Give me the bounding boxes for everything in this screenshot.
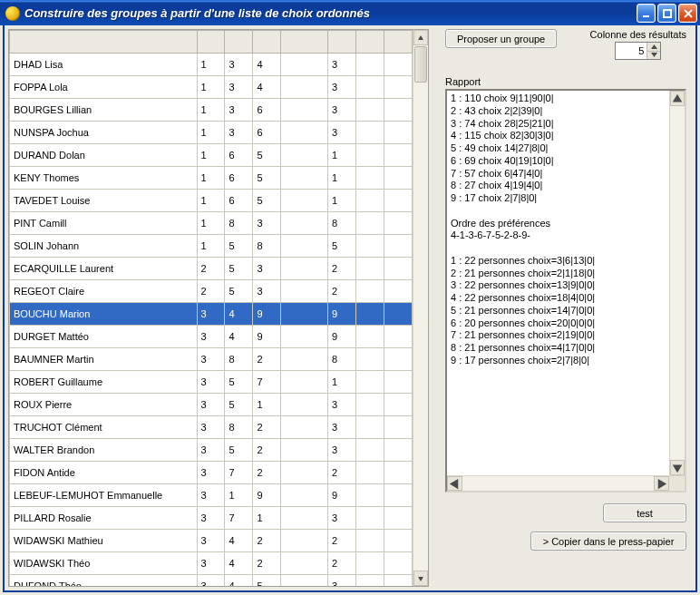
value-cell[interactable]: 1	[197, 144, 225, 167]
value-cell[interactable]: 8	[328, 348, 356, 371]
value-cell[interactable]	[281, 190, 328, 212]
name-cell[interactable]: PILLARD Rosalie	[10, 507, 198, 530]
value-cell[interactable]: 1	[197, 99, 225, 122]
value-cell[interactable]	[356, 76, 384, 99]
value-cell[interactable]: 2	[253, 439, 281, 462]
value-cell[interactable]	[384, 190, 412, 212]
report-content[interactable]: 1 : 110 choix 9|11|90|0| 2 : 43 choix 2|…	[447, 91, 685, 491]
value-cell[interactable]	[384, 235, 412, 258]
value-cell[interactable]: 3	[328, 122, 356, 144]
value-cell[interactable]: 5	[253, 144, 281, 167]
scroll-left-button[interactable]	[447, 476, 462, 491]
value-cell[interactable]: 1	[328, 190, 356, 212]
value-cell[interactable]	[384, 212, 412, 235]
grid-header[interactable]	[197, 31, 225, 54]
value-cell[interactable]	[384, 144, 412, 167]
name-cell[interactable]: TAVEDET Louise	[10, 190, 198, 212]
name-cell[interactable]: TRUCHOT Clément	[10, 416, 198, 439]
value-cell[interactable]: 5	[225, 439, 253, 462]
value-cell[interactable]: 3	[225, 99, 253, 122]
name-cell[interactable]: ROBERT Guillaume	[10, 371, 198, 394]
value-cell[interactable]: 3	[197, 462, 225, 484]
value-cell[interactable]: 6	[225, 144, 253, 167]
value-cell[interactable]	[281, 54, 328, 76]
name-cell[interactable]: REGEOT Claire	[10, 280, 198, 303]
name-cell[interactable]: DURGET Mattéo	[10, 326, 198, 348]
value-cell[interactable]: 5	[225, 371, 253, 394]
spinner-up-button[interactable]	[647, 43, 660, 52]
table-row[interactable]: BOUCHU Marion3499	[10, 303, 413, 326]
value-cell[interactable]: 1	[197, 76, 225, 99]
value-cell[interactable]: 3	[253, 258, 281, 280]
value-cell[interactable]	[356, 530, 384, 552]
name-cell[interactable]: WIDAWSKI Théo	[10, 552, 198, 575]
value-cell[interactable]	[281, 416, 328, 439]
value-cell[interactable]	[356, 99, 384, 122]
value-cell[interactable]	[356, 303, 384, 326]
value-cell[interactable]: 9	[253, 326, 281, 348]
value-cell[interactable]: 3	[225, 122, 253, 144]
value-cell[interactable]: 2	[197, 280, 225, 303]
value-cell[interactable]: 3	[253, 212, 281, 235]
scroll-right-button[interactable]	[654, 476, 669, 491]
value-cell[interactable]: 3	[197, 326, 225, 348]
value-cell[interactable]	[356, 348, 384, 371]
value-cell[interactable]: 3	[197, 552, 225, 575]
value-cell[interactable]: 6	[253, 99, 281, 122]
value-cell[interactable]: 1	[328, 371, 356, 394]
value-cell[interactable]: 2	[328, 530, 356, 552]
value-cell[interactable]	[356, 484, 384, 507]
value-cell[interactable]: 6	[253, 122, 281, 144]
table-row[interactable]: DURGET Mattéo3499	[10, 326, 413, 348]
value-cell[interactable]: 8	[225, 348, 253, 371]
value-cell[interactable]	[384, 394, 412, 416]
data-grid[interactable]: DHAD Lisa1343FOPPA Lola1343BOURGES Lilli…	[8, 29, 429, 587]
value-cell[interactable]	[356, 371, 384, 394]
name-cell[interactable]: DURAND Dolan	[10, 144, 198, 167]
value-cell[interactable]: 2	[328, 258, 356, 280]
value-cell[interactable]	[281, 371, 328, 394]
value-cell[interactable]: 7	[225, 462, 253, 484]
scroll-thumb[interactable]	[414, 46, 427, 83]
value-cell[interactable]: 4	[253, 54, 281, 76]
value-cell[interactable]	[356, 235, 384, 258]
value-cell[interactable]: 1	[197, 235, 225, 258]
value-cell[interactable]	[356, 394, 384, 416]
value-cell[interactable]	[281, 530, 328, 552]
value-cell[interactable]	[356, 144, 384, 167]
value-cell[interactable]	[281, 575, 328, 587]
value-cell[interactable]: 2	[328, 462, 356, 484]
name-cell[interactable]: NUNSPA Jochua	[10, 122, 198, 144]
value-cell[interactable]: 5	[253, 575, 281, 587]
name-cell[interactable]: KENY Thomes	[10, 167, 198, 190]
grid-header[interactable]	[384, 31, 412, 54]
value-cell[interactable]: 2	[253, 530, 281, 552]
value-cell[interactable]	[281, 122, 328, 144]
report-horizontal-scrollbar[interactable]	[447, 475, 685, 491]
value-cell[interactable]	[384, 303, 412, 326]
value-cell[interactable]: 3	[197, 303, 225, 326]
name-cell[interactable]: LEBEUF-LEMUHOT Emmanuelle	[10, 484, 198, 507]
value-cell[interactable]: 7	[225, 507, 253, 530]
close-button[interactable]	[678, 4, 697, 23]
results-column-spinner[interactable]	[615, 42, 661, 60]
value-cell[interactable]	[281, 235, 328, 258]
value-cell[interactable]	[356, 167, 384, 190]
grid-header[interactable]	[10, 31, 198, 54]
value-cell[interactable]: 1	[253, 507, 281, 530]
value-cell[interactable]	[281, 144, 328, 167]
value-cell[interactable]: 2	[253, 348, 281, 371]
name-cell[interactable]: DHAD Lisa	[10, 54, 198, 76]
value-cell[interactable]: 2	[253, 416, 281, 439]
value-cell[interactable]: 1	[197, 212, 225, 235]
value-cell[interactable]: 6	[225, 190, 253, 212]
scroll-down-button[interactable]	[670, 460, 685, 475]
scroll-up-button[interactable]	[413, 30, 428, 45]
spinner-down-button[interactable]	[647, 52, 660, 60]
table-row[interactable]: DURAND Dolan1651	[10, 144, 413, 167]
value-cell[interactable]	[384, 122, 412, 144]
value-cell[interactable]	[384, 484, 412, 507]
table-row[interactable]: WIDAWSKI Théo3422	[10, 552, 413, 575]
value-cell[interactable]: 3	[328, 394, 356, 416]
value-cell[interactable]: 3	[197, 484, 225, 507]
